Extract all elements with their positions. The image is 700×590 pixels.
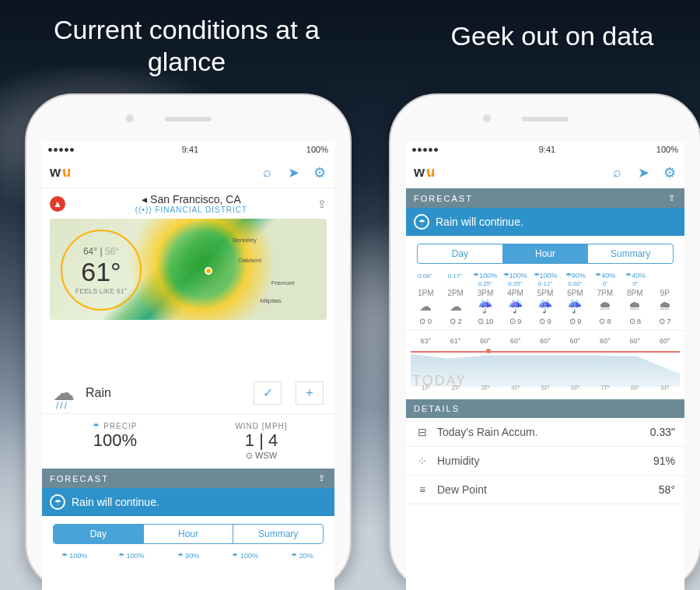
location-icon[interactable]: ➤ — [636, 166, 650, 180]
search-icon[interactable]: ⌕ — [260, 166, 274, 180]
chart-temp-label: 63° — [411, 337, 440, 345]
rain-banner-icon: ☂ — [414, 214, 429, 230]
temp-circle: 64° | 56° 61° FEELS LIKE 61° — [61, 230, 142, 311]
forecast-tabs: Day Hour Summary — [53, 524, 324, 544]
chart-temp-label: 60° — [530, 337, 560, 345]
chart-hour-label: 8P — [620, 384, 649, 396]
condition-icon: ☁/// — [53, 380, 75, 406]
chart-hour-label: 5P — [530, 384, 560, 396]
tab-hour[interactable]: Hour — [503, 244, 589, 263]
hourly-col[interactable]: 7PM🌧 — [590, 289, 620, 314]
wind-cell: ⊙ 0 — [411, 317, 440, 325]
chart-hour-label: 4P — [500, 384, 530, 396]
tab-day[interactable]: Day — [54, 525, 144, 543]
chart-hour-label: 6P — [560, 384, 590, 396]
rain-banner[interactable]: ☂ Rain will continue. — [406, 208, 684, 236]
status-time: 9:41 — [182, 145, 198, 154]
forecast-tabs: Day Hour Summary — [417, 244, 674, 264]
wind-dir: ⊙ WSW — [188, 451, 334, 461]
detail-icon: ⊟ — [415, 426, 429, 438]
alert-icon[interactable]: ▲ — [50, 196, 65, 212]
chart-hour-label: 7P — [590, 384, 620, 396]
wind-cell: ⊙ 9 — [530, 317, 560, 325]
chart-hour-label: 3P — [471, 384, 500, 396]
location-icon[interactable]: ➤ — [286, 166, 300, 180]
details-header: DETAILS — [406, 399, 684, 418]
chart-hour-label: 2P — [440, 384, 470, 396]
rain-banner-icon: ☂ — [50, 494, 65, 510]
hero-card: ▲ ◂ San Francisco, CA ((•)) FINANCIAL DI… — [42, 188, 334, 372]
wind-cell: ⊙ 8 — [590, 317, 620, 325]
daily-precip-row: ☂ 100% ☂ 100% ☂ 90% ☂ 100% ☂ 20% — [42, 552, 334, 560]
forecast-header: FORECAST ⇪ — [42, 469, 334, 488]
condition-text: Rain — [86, 386, 240, 400]
precip-value: 100% — [42, 430, 188, 451]
hourly-col[interactable]: 6PM☔ — [560, 289, 590, 314]
phone-right: 9:41 100% w¨u ⌕ ➤ ⚙ FORECAST ⇪ ☂ Rain wi… — [389, 93, 700, 590]
feels-like: FEELS LIKE 61° — [75, 287, 128, 295]
chart-temp-label: 60° — [500, 337, 530, 345]
current-temp: 61° — [81, 257, 121, 287]
status-battery: 100% — [656, 145, 678, 154]
settings-icon[interactable]: ⚙ — [663, 166, 677, 180]
hourly-precip-row: 0.08" 0.17" ☂100%0.25" ☂100%0.35" ☂100%0… — [406, 272, 684, 287]
status-battery: 100% — [306, 145, 328, 154]
logo[interactable]: w¨u — [50, 164, 71, 181]
phone-left: 9:41 100% w¨u ⌕ ➤ ⚙ ▲ ◂ San Francisco, C… — [25, 93, 352, 590]
hourly-col[interactable]: 4PM☔ — [500, 289, 530, 314]
status-time: 9:41 — [539, 145, 555, 154]
chart-temp-label: 61° — [440, 337, 470, 345]
wind-cell: ⊙ 10 — [471, 317, 500, 325]
temp-chart[interactable]: 63°61°60°60°60°60°60°60°60° TODAY 1P2P3P… — [411, 334, 680, 396]
detail-row: ⁘Humidity91% — [406, 447, 684, 476]
hourly-col[interactable]: 8PM🌧 — [620, 289, 649, 314]
location-name[interactable]: ◂ San Francisco, CA — [72, 193, 311, 205]
forecast-share-icon[interactable]: ⇪ — [318, 473, 327, 483]
location-sub: ((•)) FINANCIAL DISTRICT — [72, 205, 311, 214]
detail-row: ≡Dew Point58° — [406, 476, 684, 504]
headline-right: Geek out on data — [412, 20, 692, 52]
rain-banner[interactable]: ☂ Rain will continue. — [42, 488, 334, 516]
detail-value: 91% — [653, 455, 675, 467]
detail-value: 58° — [659, 483, 675, 496]
share-icon[interactable]: ⇪ — [317, 198, 327, 210]
precip-label: PRECIP — [103, 422, 137, 430]
hourly-wind-row: ⊙ 0⊙ 2⊙ 10⊙ 9⊙ 9⊙ 9⊙ 8⊙ 8⊙ 7 — [406, 315, 684, 331]
confirm-button[interactable]: ✓ — [254, 381, 282, 405]
tab-summary[interactable]: Summary — [588, 244, 673, 263]
logo[interactable]: w¨u — [414, 164, 435, 181]
tab-hour[interactable]: Hour — [144, 525, 234, 543]
detail-value: 0.33" — [650, 426, 675, 438]
tab-day[interactable]: Day — [418, 244, 503, 263]
chart-temp-label: 60° — [590, 337, 620, 345]
hourly-col[interactable]: 5PM☔ — [530, 289, 560, 314]
chart-temp-label: 60° — [650, 337, 680, 345]
detail-icon: ⁘ — [415, 455, 429, 467]
wind-label: WIND [MPH] — [188, 422, 334, 430]
chart-hour-label: 1P — [411, 384, 440, 396]
chart-temp-label: 60° — [471, 337, 500, 345]
headline-left: Current conditions at a glance — [23, 14, 350, 78]
chart-temp-label: 60° — [560, 337, 590, 345]
hourly-col[interactable]: 3PM☔ — [471, 289, 500, 314]
radar-map[interactable]: 64° | 56° 61° FEELS LIKE 61° Berkeley Oa… — [50, 219, 327, 320]
add-button[interactable]: + — [296, 381, 324, 405]
settings-icon[interactable]: ⚙ — [313, 166, 327, 180]
hourly-col[interactable]: 2PM☁ — [440, 289, 470, 314]
wind-cell: ⊙ 7 — [650, 317, 680, 325]
forecast-header: FORECAST ⇪ — [406, 188, 684, 208]
status-bar: 9:41 100% — [42, 142, 334, 157]
chart-temp-label: 60° — [620, 337, 649, 345]
wind-cell: ⊙ 9 — [560, 317, 590, 325]
search-icon[interactable]: ⌕ — [610, 166, 624, 180]
navbar: w¨u ⌕ ➤ ⚙ — [42, 157, 334, 188]
tab-summary[interactable]: Summary — [233, 525, 323, 543]
wind-cell: ⊙ 9 — [500, 317, 530, 325]
hourly-col[interactable]: 1PM☁ — [411, 289, 440, 314]
detail-row: ⊟Today's Rain Accum.0.33" — [406, 418, 684, 447]
hourly-grid[interactable]: 1PM☁2PM☁3PM☔4PM☔5PM☔6PM☔7PM🌧8PM🌧9P🌧 — [406, 287, 684, 315]
chart-hour-label: 9P — [650, 384, 680, 396]
navbar: w¨u ⌕ ➤ ⚙ — [406, 157, 684, 188]
hourly-col[interactable]: 9P🌧 — [650, 289, 680, 314]
forecast-share-icon[interactable]: ⇪ — [668, 193, 677, 203]
